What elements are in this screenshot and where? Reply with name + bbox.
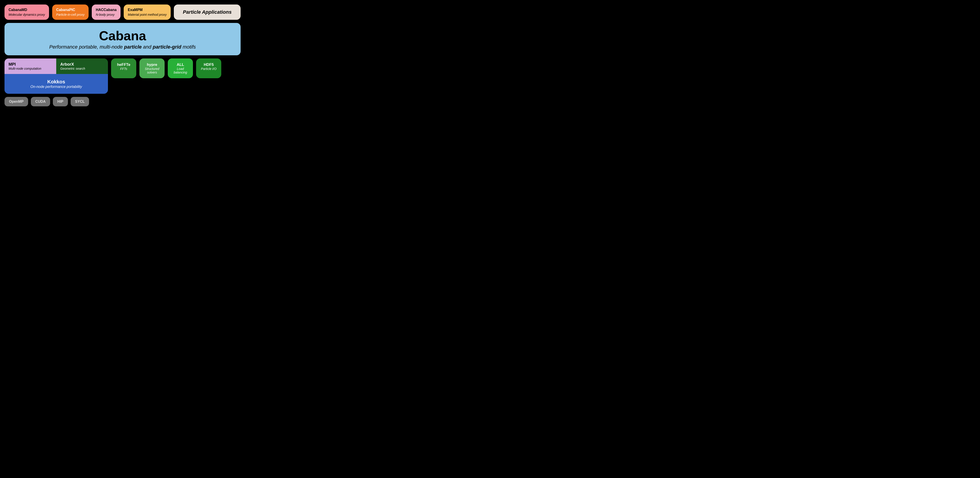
sycl-label: SYCL	[75, 100, 85, 103]
haccabana-subtitle: N-body proxy	[96, 13, 115, 16]
cabanamed-subtitle: Molecular dynamics proxy	[8, 13, 45, 16]
mpi-card: MPI Multi-node computation	[5, 59, 56, 74]
cabanapic-subtitle: Particle-in-cell proxy	[56, 13, 84, 16]
cabanamed-card: CabanaMD Molecular dynamics proxy	[5, 5, 49, 20]
hdf5-card: HDF5 Particle I/O	[196, 59, 221, 78]
green-cards-row: heFFTe FFTs hypre Structured solvers ALL…	[111, 59, 221, 78]
mpi-title: MPI	[8, 62, 52, 67]
hdf5-title: HDF5	[199, 62, 218, 67]
exampm-card: ExaMPM Material point method proxy	[124, 5, 171, 20]
haccabana-card: HACCabana N-body proxy	[92, 5, 121, 20]
hdf5-subtitle: Particle I/O	[199, 67, 218, 71]
openmp-label: OpenMP	[9, 100, 24, 103]
exampm-subtitle: Material point method proxy	[128, 13, 167, 16]
bottom-section: MPI Multi-node computation ArborX Geomet…	[5, 59, 240, 106]
mpi-subtitle: Multi-node computation	[8, 67, 52, 70]
hardware-row: OpenMP CUDA HIP SYCL	[5, 97, 108, 106]
cabanamed-title: CabanaMD	[8, 8, 45, 13]
exampm-title: ExaMPM	[128, 8, 167, 13]
cuda-card: CUDA	[31, 97, 50, 106]
left-inner: MPI Multi-node computation ArborX Geomet…	[5, 59, 108, 94]
all-title: ALL	[171, 62, 190, 67]
app-cards-row: CabanaMD Molecular dynamics proxy Cabana…	[5, 5, 240, 20]
heffe-subtitle: FFTs	[114, 67, 133, 71]
arborx-subtitle: Geometric search	[60, 67, 104, 70]
kokkos-title: Kokkos	[8, 79, 104, 85]
hip-card: HIP	[53, 97, 68, 106]
arborx-title: ArborX	[60, 62, 104, 67]
sycl-card: SYCL	[71, 97, 89, 106]
cabanapic-title: CabanaPIC	[56, 8, 84, 13]
cabana-box: Cabana Performance portable, multi-node …	[5, 23, 240, 55]
openmp-card: OpenMP	[5, 97, 28, 106]
heffe-title: heFFTe	[114, 62, 133, 67]
hypre-title: hypre	[143, 62, 161, 67]
left-column: MPI Multi-node computation ArborX Geomet…	[5, 59, 108, 106]
arborx-card: ArborX Geometric search	[56, 59, 108, 74]
hip-label: HIP	[57, 100, 64, 103]
mpi-arborx-row: MPI Multi-node computation ArborX Geomet…	[5, 59, 108, 74]
hypre-card: hypre Structured solvers	[139, 59, 165, 78]
cabanapic-card: CabanaPIC Particle-in-cell proxy	[52, 5, 89, 20]
particle-apps-card: Particle Applications	[174, 5, 240, 20]
all-subtitle: Load balancing	[171, 67, 190, 74]
cuda-label: CUDA	[35, 100, 46, 103]
all-card: ALL Load balancing	[168, 59, 193, 78]
particle-apps-label: Particle Applications	[183, 9, 232, 16]
kokkos-card: Kokkos On-node performance portability	[5, 74, 108, 94]
cabana-title: Cabana	[9, 29, 236, 42]
kokkos-subtitle: On-node performance portability	[8, 85, 104, 89]
cabana-subtitle: Performance portable, multi-node particl…	[9, 44, 236, 50]
hypre-subtitle: Structured solvers	[143, 67, 161, 74]
heffe-card: heFFTe FFTs	[111, 59, 136, 78]
haccabana-title: HACCabana	[96, 8, 116, 13]
